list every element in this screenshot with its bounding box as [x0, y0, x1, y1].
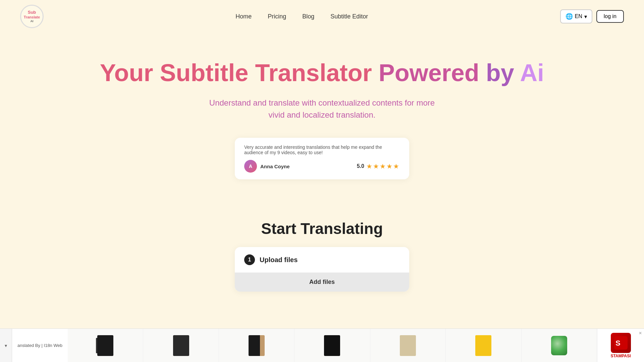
hero-subtitle: Understand and translate with contextual…: [205, 97, 439, 121]
translated-by-label: anslated By | I18n Web: [12, 343, 68, 348]
logo[interactable]: Sub Translate AI: [20, 5, 44, 28]
product-image-7: [551, 336, 567, 355]
language-selector[interactable]: 🌐 EN ▾: [560, 9, 592, 23]
title-word-2: Subtitle: [160, 59, 255, 86]
upload-header: 1 Upload files: [235, 247, 409, 273]
ad-product-5[interactable]: [370, 329, 446, 362]
title-word-3: Translator: [255, 59, 379, 86]
upload-card: 1 Upload files Add files: [235, 247, 409, 292]
nav-right: 🌐 EN ▾ log in: [560, 9, 624, 23]
upload-label: Upload files: [260, 256, 298, 264]
review-author: A Anna Coyne 5.0 ★★★★★: [244, 160, 400, 173]
ad-product-4[interactable]: [294, 329, 370, 362]
product-image-4: [324, 335, 340, 356]
nav-home[interactable]: Home: [235, 13, 252, 20]
bottom-bar-toggle[interactable]: ▾: [0, 329, 12, 362]
bottom-ad-bar: ▾ anslated By | I18n Web: [0, 328, 644, 362]
nav-subtitle-editor[interactable]: Subtitle Editor: [330, 13, 368, 20]
title-word-1: Your: [100, 59, 160, 86]
stampasi-svg: S: [614, 336, 628, 350]
product-image-6: [475, 335, 491, 356]
ad-close-button[interactable]: ✕: [639, 331, 642, 336]
star-rating: ★★★★★: [366, 162, 400, 170]
nav-links: Home Pricing Blog Subtitle Editor: [235, 13, 368, 20]
hero-section: Your Subtitle Translator Powered by Ai U…: [0, 33, 644, 213]
product-image-2: [173, 335, 189, 356]
hero-title: Your Subtitle Translator Powered by Ai: [20, 60, 624, 86]
author-info: A Anna Coyne: [244, 160, 290, 173]
step-badge: 1: [244, 254, 255, 265]
rating-score: 5.0: [357, 163, 364, 169]
navbar: Sub Translate AI Home Pricing Blog Subti…: [0, 0, 644, 33]
ad-products: S STAMPASI: [68, 329, 644, 362]
login-button[interactable]: log in: [596, 10, 624, 23]
ad-product-3[interactable]: [219, 329, 294, 362]
product-image-1: [97, 335, 113, 356]
lang-label: EN: [575, 13, 582, 19]
product-image-5: [400, 335, 416, 356]
title-word-6: Ai: [520, 59, 544, 86]
ad-product-7[interactable]: [522, 329, 597, 362]
ad-product-6[interactable]: [446, 329, 521, 362]
rating-area: 5.0 ★★★★★: [357, 162, 400, 170]
chevron-down-icon: ▾: [584, 13, 587, 20]
ad-brand-stampasi[interactable]: S STAMPASI: [597, 329, 644, 362]
start-title: Start Translating: [20, 220, 624, 238]
svg-text:S: S: [615, 339, 621, 347]
globe-icon: 🌐: [566, 13, 573, 20]
title-word-5: by: [486, 59, 520, 86]
avatar: A: [244, 160, 257, 173]
ad-product-2[interactable]: [143, 329, 219, 362]
title-word-4: Powered: [379, 59, 486, 86]
add-files-button[interactable]: Add files: [235, 273, 409, 292]
stampasi-icon: S: [611, 333, 631, 353]
review-text: Very accurate and interesting translatio…: [244, 144, 400, 155]
start-translating-section: Start Translating 1 Upload files Add fil…: [0, 213, 644, 292]
nav-blog[interactable]: Blog: [302, 13, 314, 20]
chevron-icon: ▾: [5, 343, 7, 348]
logo-image: Sub Translate AI: [20, 5, 44, 28]
nav-pricing[interactable]: Pricing: [268, 13, 286, 20]
author-name: Anna Coyne: [260, 164, 290, 169]
stampasi-logo: S STAMPASI: [610, 333, 631, 358]
review-card: Very accurate and interesting translatio…: [235, 138, 409, 179]
ad-product-1[interactable]: [68, 329, 143, 362]
product-image-3: [249, 335, 265, 356]
stampasi-label: STAMPASI: [610, 354, 631, 358]
